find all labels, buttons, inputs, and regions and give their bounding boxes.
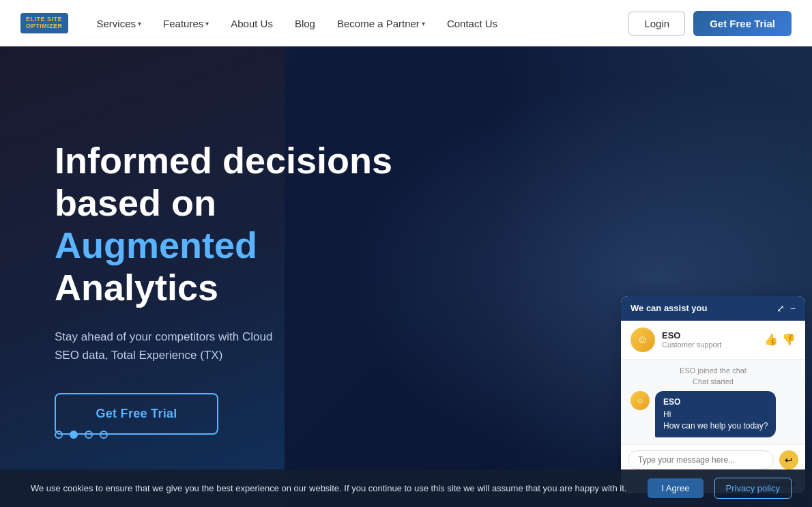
minimize-icon[interactable]: − bbox=[790, 303, 796, 314]
agent-info: ESO Customer support bbox=[662, 330, 757, 349]
chevron-down-icon: ▾ bbox=[205, 20, 209, 27]
thumbs-up-icon[interactable]: 👍 bbox=[764, 333, 778, 346]
thumbs-down-icon[interactable]: 👎 bbox=[782, 333, 796, 346]
chat-send-button[interactable]: ↩ bbox=[779, 450, 798, 469]
chat-bubble: ESO Hi How can we help you today? bbox=[655, 391, 776, 437]
chat-system-started: Chat started bbox=[630, 377, 796, 386]
chat-agent-row: ☺ ESO Customer support 👍 👎 bbox=[621, 321, 805, 360]
cookie-agree-button[interactable]: I Agree bbox=[648, 478, 703, 498]
login-button[interactable]: Login bbox=[628, 12, 685, 35]
headline-line3: Analytics bbox=[55, 267, 218, 308]
nav-links: Services ▾ Features ▾ About Us Blog Beco… bbox=[89, 14, 506, 33]
nav-blog[interactable]: Blog bbox=[287, 14, 323, 33]
bubble-greeting: Hi bbox=[663, 409, 768, 420]
carousel-dot-1[interactable] bbox=[55, 431, 63, 439]
chat-system-joined: ESO joined the chat bbox=[630, 366, 796, 375]
hero-subtitle: Stay ahead of your competitors with Clou… bbox=[55, 328, 413, 364]
cookie-text: We use cookies to ensure that we give yo… bbox=[20, 483, 637, 493]
carousel-dot-2[interactable] bbox=[70, 431, 78, 439]
chat-widget: We can assist you ⤢ − ☺ ESO Customer sup… bbox=[621, 296, 805, 493]
bubble-avatar: ☺ bbox=[630, 391, 650, 410]
nav-contact[interactable]: Contact Us bbox=[439, 14, 506, 33]
chevron-down-icon: ▾ bbox=[138, 20, 141, 27]
nav-services[interactable]: Services ▾ bbox=[89, 14, 150, 33]
expand-icon[interactable]: ⤢ bbox=[777, 303, 785, 314]
bubble-agent-name: ESO bbox=[663, 396, 768, 408]
hero-trial-button[interactable]: Get Free Trial bbox=[55, 393, 218, 435]
logo[interactable]: ELITE SITE OPTIMIZER bbox=[20, 13, 68, 33]
agent-avatar: ☺ bbox=[630, 328, 655, 352]
logo-box: ELITE SITE OPTIMIZER bbox=[20, 13, 68, 33]
chat-bubble-row: ☺ ESO Hi How can we help you today? bbox=[630, 391, 796, 437]
headline-line1: Informed decisions bbox=[55, 140, 392, 181]
nav-partner[interactable]: Become a Partner ▾ bbox=[329, 14, 433, 33]
cookie-banner: We use cookies to ensure that we give yo… bbox=[0, 469, 812, 507]
chevron-down-icon: ▾ bbox=[422, 20, 425, 27]
send-icon: ↩ bbox=[785, 454, 793, 465]
bubble-message: How can we help you today? bbox=[663, 420, 768, 432]
navbar: ELITE SITE OPTIMIZER Services ▾ Features… bbox=[0, 0, 812, 46]
chat-header: We can assist you ⤢ − bbox=[621, 296, 805, 321]
nav-about[interactable]: About Us bbox=[222, 14, 281, 33]
hero-headline: Informed decisions based on Augmented An… bbox=[55, 139, 413, 308]
nav-trial-button[interactable]: Get Free Trial bbox=[693, 11, 792, 36]
cookie-policy-button[interactable]: Privacy policy bbox=[714, 478, 792, 499]
agent-name: ESO bbox=[662, 330, 757, 341]
chat-message-input[interactable] bbox=[628, 450, 774, 469]
chat-header-title: We can assist you bbox=[630, 303, 707, 313]
chat-header-actions: ⤢ − bbox=[777, 303, 796, 314]
nav-features[interactable]: Features ▾ bbox=[155, 14, 217, 33]
agent-reactions: 👍 👎 bbox=[764, 333, 796, 346]
headline-line2: based on Augmented bbox=[55, 182, 257, 265]
carousel-dots bbox=[55, 431, 108, 439]
chat-body: ESO joined the chat Chat started ☺ ESO H… bbox=[621, 360, 805, 444]
logo-line2: OPTIMIZER bbox=[26, 23, 63, 30]
carousel-dot-4[interactable] bbox=[100, 431, 108, 439]
carousel-dot-3[interactable] bbox=[85, 431, 93, 439]
agent-role: Customer support bbox=[662, 341, 757, 349]
